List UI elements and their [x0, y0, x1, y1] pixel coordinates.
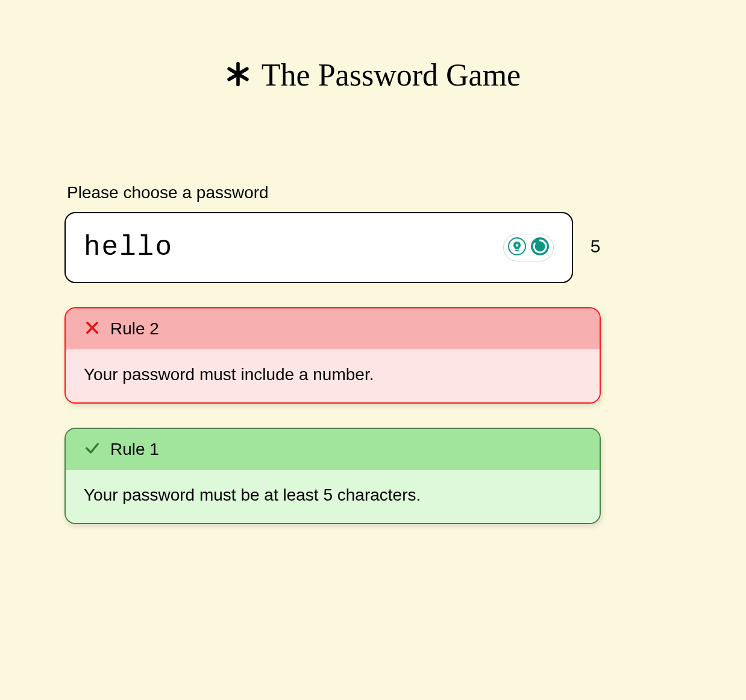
- rule-title: Rule 1: [110, 440, 159, 459]
- x-icon: [84, 319, 101, 339]
- prompt-label: Please choose a password: [67, 183, 601, 202]
- rule-title: Rule 2: [110, 319, 159, 339]
- rule-header: Rule 2: [66, 308, 600, 349]
- rule-card-pass: Rule 1 Your password must be at least 5 …: [64, 428, 601, 524]
- input-badge-pill[interactable]: [503, 234, 554, 261]
- lightbulb-sparkle-icon[interactable]: [507, 237, 527, 258]
- spinner-icon[interactable]: [530, 237, 550, 258]
- character-count: 5: [590, 237, 601, 258]
- page-title-container: The Password Game: [0, 57, 746, 93]
- rules-list: Rule 2 Your password must include a numb…: [64, 307, 601, 524]
- rule-text: Your password must include a number.: [66, 349, 600, 402]
- svg-rect-1: [515, 250, 519, 251]
- password-input[interactable]: [84, 232, 503, 263]
- asterisk-icon: [225, 61, 251, 89]
- check-icon: [84, 440, 101, 459]
- content-area: Please choose a password: [64, 183, 601, 524]
- input-row: 5: [64, 212, 601, 283]
- rule-header: Rule 1: [66, 429, 600, 470]
- rule-text: Your password must be at least 5 charact…: [66, 470, 600, 523]
- password-input-container[interactable]: [64, 212, 573, 283]
- page-title: The Password Game: [262, 57, 521, 93]
- rule-card-fail: Rule 2 Your password must include a numb…: [64, 307, 601, 404]
